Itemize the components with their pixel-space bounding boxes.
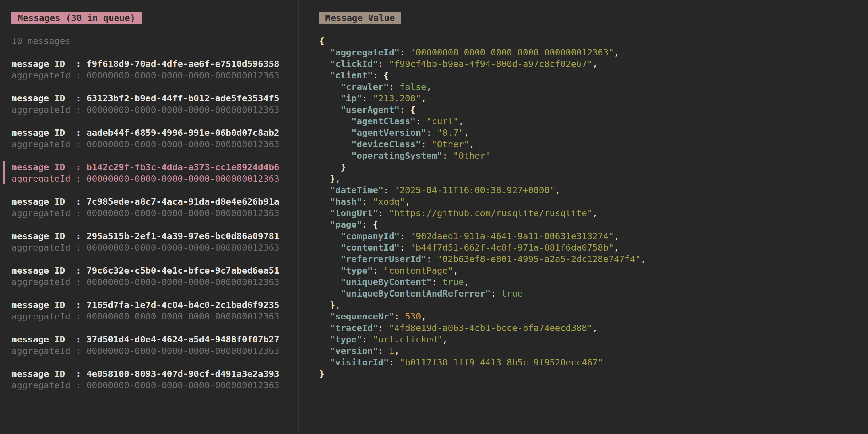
message-list-item[interactable]: message ID : 295a515b-2ef1-4a39-97e6-bc0… [11, 230, 298, 253]
aggregate-id-line: aggregateId : 00000000-0000-0000-0000-00… [11, 345, 298, 356]
message-value-panel: Message Value { "aggregateId": "00000000… [299, 0, 868, 434]
message-list-item[interactable]: message ID : 4e058100-8093-407d-90cf-d49… [11, 368, 298, 391]
message-list-item[interactable]: message ID : 7c985ede-a8c7-4aca-91da-d8e… [11, 196, 298, 219]
message-id-line: message ID : 7c985ede-a8c7-4aca-91da-d8e… [11, 196, 298, 207]
message-id-line: message ID : 4e058100-8093-407d-90cf-d49… [11, 368, 298, 379]
message-list-item[interactable]: message ID : 37d501d4-d0e4-4624-a5d4-948… [11, 334, 298, 356]
messages-count-label: 10 messages [11, 35, 298, 46]
message-list-item[interactable]: message ID : 7165d7fa-1e7d-4c04-b4c0-2c1… [11, 299, 298, 322]
kafka-tui-screen: Messages (30 in queue) 10 messages messa… [0, 0, 868, 434]
message-list-item[interactable]: message ID : aadeb44f-6859-4996-991e-06b… [11, 127, 298, 150]
message-list-item[interactable]: message ID : f9f618d9-70ad-4dfe-ae6f-e75… [11, 58, 298, 81]
message-id-line: message ID : aadeb44f-6859-4996-991e-06b… [11, 127, 298, 138]
aggregate-id-line: aggregateId : 00000000-0000-0000-0000-00… [11, 276, 298, 288]
message-list: message ID : f9f618d9-70ad-4dfe-ae6f-e75… [11, 58, 298, 391]
aggregate-id-line: aggregateId : 00000000-0000-0000-0000-00… [11, 311, 298, 322]
message-id-line: message ID : 63123bf2-b9ed-44ff-b012-ade… [11, 92, 298, 104]
message-value-title: Message Value [319, 12, 401, 24]
message-value-header: Message Value [319, 12, 868, 24]
message-id-line: message ID : 37d501d4-d0e4-4624-a5d4-948… [11, 334, 298, 345]
message-value-json: { "aggregateId": "00000000-0000-0000-000… [319, 35, 868, 379]
message-id-line: message ID : b142c29f-fb3c-4dda-a373-cc1… [11, 161, 298, 173]
messages-panel-header: Messages (30 in queue) [11, 12, 298, 24]
message-list-item[interactable]: message ID : 79c6c32e-c5b0-4e1c-bfce-9c7… [11, 265, 298, 288]
selected-message-indicator [3, 161, 5, 184]
aggregate-id-line: aggregateId : 00000000-0000-0000-0000-00… [11, 173, 298, 184]
message-list-item[interactable]: message ID : 63123bf2-b9ed-44ff-b012-ade… [11, 92, 298, 115]
message-id-line: message ID : f9f618d9-70ad-4dfe-ae6f-e75… [11, 58, 298, 69]
message-id-line: message ID : 295a515b-2ef1-4a39-97e6-bc0… [11, 230, 298, 242]
aggregate-id-line: aggregateId : 00000000-0000-0000-0000-00… [11, 138, 298, 150]
messages-panel: Messages (30 in queue) 10 messages messa… [0, 0, 298, 434]
aggregate-id-line: aggregateId : 00000000-0000-0000-0000-00… [11, 69, 298, 81]
message-list-item[interactable]: message ID : b142c29f-fb3c-4dda-a373-cc1… [11, 161, 298, 184]
aggregate-id-line: aggregateId : 00000000-0000-0000-0000-00… [11, 207, 298, 219]
aggregate-id-line: aggregateId : 00000000-0000-0000-0000-00… [11, 104, 298, 115]
aggregate-id-line: aggregateId : 00000000-0000-0000-0000-00… [11, 242, 298, 253]
message-id-line: message ID : 79c6c32e-c5b0-4e1c-bfce-9c7… [11, 265, 298, 276]
aggregate-id-line: aggregateId : 00000000-0000-0000-0000-00… [11, 379, 298, 391]
message-id-line: message ID : 7165d7fa-1e7d-4c04-b4c0-2c1… [11, 299, 298, 311]
messages-panel-title: Messages (30 in queue) [11, 12, 142, 24]
